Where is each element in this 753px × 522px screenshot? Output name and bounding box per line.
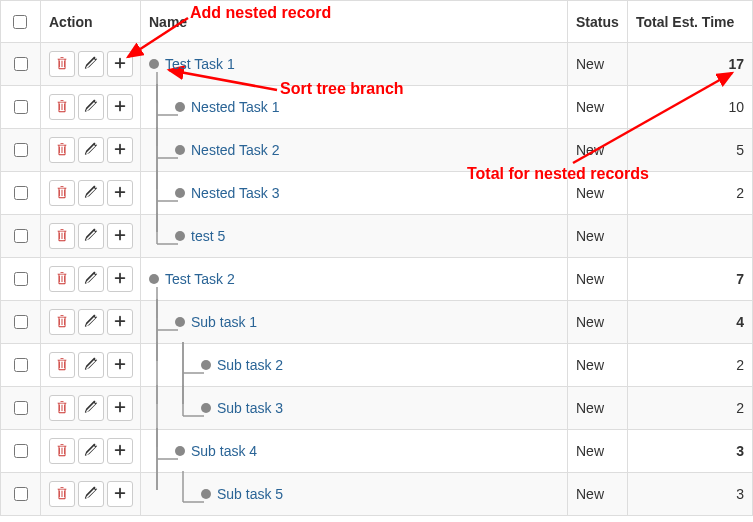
delete-button[interactable]	[49, 395, 75, 421]
row-checkbox[interactable]	[14, 487, 28, 501]
row-time: 2	[628, 344, 753, 387]
plus-icon	[113, 400, 127, 417]
tree-node-label[interactable]: Sub task 5	[217, 486, 283, 502]
edit-button[interactable]	[78, 395, 104, 421]
delete-button[interactable]	[49, 266, 75, 292]
row-checkbox[interactable]	[14, 444, 28, 458]
add-child-button[interactable]	[107, 438, 133, 464]
tree-node-label[interactable]: Sub task 1	[191, 314, 257, 330]
edit-button[interactable]	[78, 481, 104, 507]
add-child-button[interactable]	[107, 180, 133, 206]
trash-icon	[55, 314, 69, 331]
trash-icon	[55, 99, 69, 116]
row-checkbox[interactable]	[14, 229, 28, 243]
tree-node-label[interactable]: Test Task 2	[165, 271, 235, 287]
row-name-cell: test 5	[141, 215, 568, 258]
select-all-checkbox[interactable]	[13, 15, 27, 29]
tree-node-dot[interactable]	[149, 59, 159, 69]
delete-button[interactable]	[49, 223, 75, 249]
edit-button[interactable]	[78, 94, 104, 120]
add-child-button[interactable]	[107, 51, 133, 77]
plus-icon	[113, 185, 127, 202]
row-checkbox-cell	[1, 258, 41, 301]
tree-node-dot[interactable]	[149, 274, 159, 284]
add-child-button[interactable]	[107, 266, 133, 292]
edit-button[interactable]	[78, 180, 104, 206]
row-checkbox[interactable]	[14, 315, 28, 329]
tree-table: Action Name Status Total Est. Time Test …	[0, 0, 753, 516]
row-checkbox-cell	[1, 43, 41, 86]
header-status: Status	[568, 1, 628, 43]
row-checkbox[interactable]	[14, 358, 28, 372]
delete-button[interactable]	[49, 94, 75, 120]
edit-icon	[84, 271, 98, 288]
row-name-cell: Sub task 3	[141, 387, 568, 430]
table-row: test 5New	[1, 215, 753, 258]
edit-button[interactable]	[78, 309, 104, 335]
row-name-cell: Test Task 1	[141, 43, 568, 86]
trash-icon	[55, 486, 69, 503]
tree-node-dot[interactable]	[201, 489, 211, 499]
tree-node-label[interactable]: Sub task 3	[217, 400, 283, 416]
row-time: 3	[628, 473, 753, 516]
edit-button[interactable]	[78, 438, 104, 464]
edit-button[interactable]	[78, 266, 104, 292]
row-checkbox-cell	[1, 129, 41, 172]
tree-node-dot[interactable]	[201, 403, 211, 413]
edit-button[interactable]	[78, 137, 104, 163]
tree-node-label[interactable]: Test Task 1	[165, 56, 235, 72]
delete-button[interactable]	[49, 51, 75, 77]
add-child-button[interactable]	[107, 352, 133, 378]
row-time: 4	[628, 301, 753, 344]
tree-node-label[interactable]: Nested Task 1	[191, 99, 279, 115]
delete-button[interactable]	[49, 180, 75, 206]
plus-icon	[113, 228, 127, 245]
edit-button[interactable]	[78, 352, 104, 378]
tree-node-label[interactable]: test 5	[191, 228, 225, 244]
row-checkbox-cell	[1, 344, 41, 387]
edit-icon	[84, 314, 98, 331]
row-checkbox[interactable]	[14, 143, 28, 157]
add-child-button[interactable]	[107, 223, 133, 249]
tree-node-dot[interactable]	[175, 317, 185, 327]
tree-node-label[interactable]: Sub task 4	[191, 443, 257, 459]
edit-icon	[84, 56, 98, 73]
tree-node-dot[interactable]	[201, 360, 211, 370]
row-name-cell: Sub task 1	[141, 301, 568, 344]
row-checkbox-cell	[1, 387, 41, 430]
tree-node-label[interactable]: Nested Task 3	[191, 185, 279, 201]
row-checkbox[interactable]	[14, 401, 28, 415]
row-status: New	[568, 215, 628, 258]
tree-node-dot[interactable]	[175, 188, 185, 198]
tree-node-label[interactable]: Nested Task 2	[191, 142, 279, 158]
add-child-button[interactable]	[107, 94, 133, 120]
plus-icon	[113, 56, 127, 73]
row-actions	[41, 430, 141, 473]
row-checkbox[interactable]	[14, 186, 28, 200]
add-child-button[interactable]	[107, 137, 133, 163]
table-row: Test Task 2New7	[1, 258, 753, 301]
edit-button[interactable]	[78, 223, 104, 249]
delete-button[interactable]	[49, 137, 75, 163]
row-status: New	[568, 129, 628, 172]
table-row: Sub task 2New2	[1, 344, 753, 387]
add-child-button[interactable]	[107, 309, 133, 335]
row-checkbox[interactable]	[14, 272, 28, 286]
row-checkbox[interactable]	[14, 100, 28, 114]
delete-button[interactable]	[49, 438, 75, 464]
row-checkbox[interactable]	[14, 57, 28, 71]
tree-node-dot[interactable]	[175, 231, 185, 241]
row-name-cell: Nested Task 1	[141, 86, 568, 129]
add-child-button[interactable]	[107, 395, 133, 421]
add-child-button[interactable]	[107, 481, 133, 507]
delete-button[interactable]	[49, 309, 75, 335]
edit-button[interactable]	[78, 51, 104, 77]
tree-node-label[interactable]: Sub task 2	[217, 357, 283, 373]
plus-icon	[113, 142, 127, 159]
delete-button[interactable]	[49, 352, 75, 378]
delete-button[interactable]	[49, 481, 75, 507]
table-row: Sub task 3New2	[1, 387, 753, 430]
tree-node-dot[interactable]	[175, 446, 185, 456]
tree-node-dot[interactable]	[175, 145, 185, 155]
tree-node-dot[interactable]	[175, 102, 185, 112]
